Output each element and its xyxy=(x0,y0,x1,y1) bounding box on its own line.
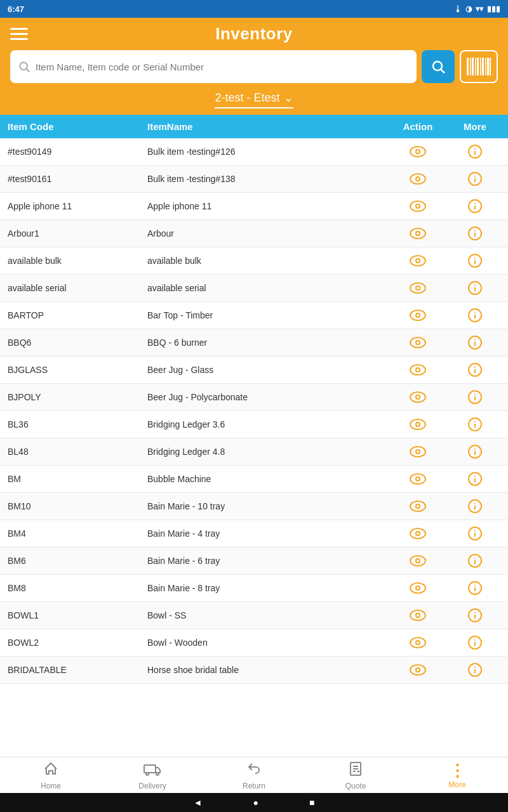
nav-quote[interactable]: Quote xyxy=(305,761,406,790)
cell-more[interactable] xyxy=(450,254,500,268)
cell-action[interactable] xyxy=(386,337,450,348)
cell-code: available bulk xyxy=(8,256,147,266)
barcode-button[interactable] xyxy=(460,50,498,83)
cell-action[interactable] xyxy=(386,391,450,403)
eye-icon[interactable] xyxy=(410,446,426,457)
eye-icon[interactable] xyxy=(410,391,426,403)
cell-action[interactable] xyxy=(386,173,450,185)
search-input[interactable] xyxy=(36,55,409,79)
cell-action[interactable] xyxy=(386,200,450,212)
menu-button[interactable] xyxy=(10,28,28,40)
cell-action[interactable] xyxy=(386,446,450,457)
cell-action[interactable] xyxy=(386,610,450,621)
svg-rect-134 xyxy=(144,765,156,773)
info-icon[interactable] xyxy=(468,336,482,350)
cell-action[interactable] xyxy=(386,146,450,157)
back-button[interactable]: ◄ xyxy=(194,797,203,808)
eye-icon[interactable] xyxy=(410,555,426,566)
cell-action[interactable] xyxy=(386,282,450,294)
table-row: available bulk available bulk xyxy=(0,247,508,275)
eye-icon[interactable] xyxy=(410,610,426,621)
info-icon[interactable] xyxy=(468,554,482,568)
eye-icon[interactable] xyxy=(410,255,426,266)
location-dropdown[interactable]: 2-test - Etest ⌄ xyxy=(215,91,293,108)
cell-action[interactable] xyxy=(386,528,450,539)
info-icon[interactable] xyxy=(468,445,482,459)
svg-point-100 xyxy=(417,532,419,535)
eye-icon[interactable] xyxy=(410,582,426,594)
cell-action[interactable] xyxy=(386,637,450,648)
cell-more[interactable] xyxy=(450,145,500,159)
info-icon[interactable] xyxy=(468,581,482,595)
cell-more[interactable] xyxy=(450,527,500,540)
eye-icon[interactable] xyxy=(410,419,426,430)
eye-icon[interactable] xyxy=(410,364,426,376)
info-icon[interactable] xyxy=(468,172,482,186)
cell-more[interactable] xyxy=(450,417,500,431)
info-icon[interactable] xyxy=(468,281,482,295)
eye-icon[interactable] xyxy=(410,282,426,294)
eye-icon[interactable] xyxy=(410,473,426,485)
info-icon[interactable] xyxy=(468,663,482,677)
info-icon[interactable] xyxy=(468,636,482,650)
info-icon[interactable] xyxy=(468,417,482,431)
eye-icon[interactable] xyxy=(410,173,426,185)
cell-action[interactable] xyxy=(386,664,450,676)
time: 6:47 xyxy=(8,4,24,14)
cell-code: Apple iphone 11 xyxy=(8,201,147,211)
eye-icon[interactable] xyxy=(410,501,426,512)
eye-icon[interactable] xyxy=(410,337,426,348)
cell-more[interactable] xyxy=(450,363,500,377)
nav-delivery[interactable]: Delivery xyxy=(102,761,203,790)
cell-action[interactable] xyxy=(386,582,450,594)
info-icon[interactable] xyxy=(468,363,482,377)
cell-action[interactable] xyxy=(386,364,450,376)
info-icon[interactable] xyxy=(468,472,482,486)
info-icon[interactable] xyxy=(468,145,482,159)
cell-code: #test90161 xyxy=(8,174,147,184)
cell-more[interactable] xyxy=(450,445,500,459)
cell-more[interactable] xyxy=(450,336,500,350)
cell-more[interactable] xyxy=(450,636,500,650)
cell-more[interactable] xyxy=(450,554,500,568)
cell-more[interactable] xyxy=(450,172,500,186)
cell-action[interactable] xyxy=(386,310,450,321)
eye-icon[interactable] xyxy=(410,228,426,239)
info-icon[interactable] xyxy=(468,308,482,322)
info-icon[interactable] xyxy=(468,226,482,240)
search-button[interactable] xyxy=(422,50,455,83)
cell-action[interactable] xyxy=(386,555,450,566)
cell-more[interactable] xyxy=(450,226,500,240)
cell-more[interactable] xyxy=(450,281,500,295)
eye-icon[interactable] xyxy=(410,637,426,648)
cell-more[interactable] xyxy=(450,390,500,404)
nav-return[interactable]: Return xyxy=(203,761,305,790)
eye-icon[interactable] xyxy=(410,664,426,676)
info-icon[interactable] xyxy=(468,199,482,213)
nav-home[interactable]: Home xyxy=(0,761,102,790)
nav-more[interactable]: ⋮ More xyxy=(406,763,508,789)
eye-icon[interactable] xyxy=(410,146,426,157)
cell-action[interactable] xyxy=(386,255,450,266)
cell-action[interactable] xyxy=(386,419,450,430)
info-icon[interactable] xyxy=(468,390,482,404)
cell-more[interactable] xyxy=(450,608,500,622)
info-icon[interactable] xyxy=(468,608,482,622)
eye-icon[interactable] xyxy=(410,200,426,212)
info-icon[interactable] xyxy=(468,499,482,513)
eye-icon[interactable] xyxy=(410,528,426,539)
cell-action[interactable] xyxy=(386,228,450,239)
cell-more[interactable] xyxy=(450,499,500,513)
cell-action[interactable] xyxy=(386,501,450,512)
cell-action[interactable] xyxy=(386,473,450,485)
recent-button[interactable]: ■ xyxy=(309,797,314,808)
info-icon[interactable] xyxy=(468,527,482,540)
info-icon[interactable] xyxy=(468,254,482,268)
cell-more[interactable] xyxy=(450,581,500,595)
cell-more[interactable] xyxy=(450,308,500,322)
cell-more[interactable] xyxy=(450,472,500,486)
cell-more[interactable] xyxy=(450,663,500,677)
home-button[interactable]: ● xyxy=(253,797,258,808)
eye-icon[interactable] xyxy=(410,310,426,321)
cell-more[interactable] xyxy=(450,199,500,213)
